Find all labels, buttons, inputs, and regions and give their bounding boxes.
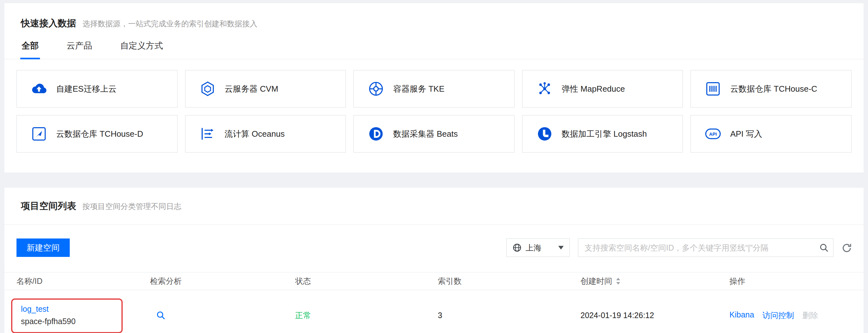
refresh-icon[interactable] <box>841 242 853 254</box>
tke-icon <box>368 81 384 97</box>
table-header: 名称/ID 检索分析 状态 索引数 创建时间 操作 <box>4 272 864 290</box>
space-id: space-fpfha590 <box>21 317 150 326</box>
new-space-button[interactable]: 新建空间 <box>17 239 70 257</box>
source-card-tchouse-d[interactable]: 云数据仓库 TCHouse-D <box>17 115 178 153</box>
column-header-created-time: 创建时间 <box>581 276 730 286</box>
column-header-index-count: 索引数 <box>438 276 581 286</box>
delete-action-link[interactable]: 删除 <box>802 310 818 321</box>
created-time: 2024-01-19 14:26:12 <box>581 311 654 320</box>
source-card-label: 容器服务 TKE <box>393 83 444 94</box>
source-card-label: 自建ES迁移上云 <box>56 83 117 94</box>
source-card-label: 数据加工引擎 Logstash <box>562 128 647 140</box>
sort-icon[interactable] <box>615 277 621 285</box>
mapreduce-icon <box>536 81 553 97</box>
source-card-label: 流计算 Oceanus <box>225 128 285 140</box>
region-value: 上海 <box>526 243 541 253</box>
quick-access-title: 快速接入数据 <box>21 17 76 30</box>
tab-all[interactable]: 全部 <box>20 40 40 59</box>
kibana-action-link[interactable]: Kibana <box>730 310 754 321</box>
cell-actions: Kibana 访问控制 删除 <box>730 310 864 321</box>
quick-access-header: 快速接入数据 选择数据源，一站式完成业务的索引创建和数据接入 <box>4 3 864 30</box>
source-card-label: 数据采集器 Beats <box>393 128 458 140</box>
cell-status: 正常 <box>295 310 438 321</box>
chevron-down-icon <box>558 246 564 250</box>
region-selector[interactable]: 上海 <box>506 239 570 257</box>
page: 快速接入数据 选择数据源，一站式完成业务的索引创建和数据接入 全部 云产品 自定… <box>0 0 868 333</box>
search-analysis-icon[interactable] <box>156 310 166 320</box>
cell-index-count: 3 <box>438 311 581 320</box>
index-count: 3 <box>438 311 442 320</box>
quick-access-subtitle: 选择数据源，一站式完成业务的索引创建和数据接入 <box>83 19 257 29</box>
source-card-logstash[interactable]: 数据加工引擎 Logstash <box>522 115 683 153</box>
api-icon: API <box>705 126 721 142</box>
svg-text:API: API <box>709 131 717 137</box>
globe-icon <box>512 243 522 252</box>
source-card-label: API 写入 <box>730 128 762 140</box>
source-card-cvm[interactable]: 云服务器 CVM <box>185 70 346 108</box>
status-badge: 正常 <box>295 311 311 320</box>
beats-icon <box>368 126 384 142</box>
space-name-link[interactable]: log_test <box>21 304 150 314</box>
source-card-label: 云数据仓库 TCHouse-D <box>56 128 143 140</box>
source-card-label: 云数据仓库 TCHouse-C <box>730 83 817 94</box>
column-header-search-analysis: 检索分析 <box>150 276 295 286</box>
access-control-action-link[interactable]: 访问控制 <box>763 310 794 321</box>
table-row: log_test space-fpfha590 正常 3 2024-01-19 … <box>4 290 864 333</box>
space-list-panel: 项目空间列表 按项目空间分类管理不同日志 新建空间 上海 <box>4 188 864 333</box>
cell-name-id: log_test space-fpfha590 <box>17 304 150 326</box>
toolbar: 新建空间 上海 <box>17 239 851 257</box>
tab-custom-method[interactable]: 自定义方式 <box>119 40 164 59</box>
space-list-title: 项目空间列表 <box>21 200 76 212</box>
search-input[interactable] <box>578 243 815 252</box>
cell-created-time: 2024-01-19 14:26:12 <box>581 311 730 320</box>
column-header-name-id: 名称/ID <box>17 276 150 286</box>
source-card-tke[interactable]: 容器服务 TKE <box>353 70 515 108</box>
column-header-status: 状态 <box>295 276 438 286</box>
cell-search-analysis <box>150 310 295 320</box>
column-header-actions: 操作 <box>730 276 864 286</box>
source-card-es-migration[interactable]: 自建ES迁移上云 <box>17 70 178 108</box>
header-divider <box>4 224 864 225</box>
source-card-oceanus[interactable]: 流计算 Oceanus <box>185 115 346 153</box>
source-card-api[interactable]: API API 写入 <box>690 115 851 153</box>
source-card-mapreduce[interactable]: 弹性 MapReduce <box>522 70 683 108</box>
cvm-icon <box>199 81 216 97</box>
tchouse-c-icon <box>705 81 721 97</box>
logstash-icon <box>536 126 553 142</box>
space-list-subtitle: 按项目空间分类管理不同日志 <box>83 202 181 212</box>
quick-access-tabs: 全部 云产品 自定义方式 <box>4 40 864 59</box>
search-box <box>578 239 833 257</box>
source-card-tchouse-c[interactable]: 云数据仓库 TCHouse-C <box>690 70 851 108</box>
tab-cloud-products[interactable]: 云产品 <box>65 40 94 59</box>
source-card-beats[interactable]: 数据采集器 Beats <box>353 115 515 153</box>
source-card-label: 云服务器 CVM <box>225 83 278 94</box>
source-card-label: 弹性 MapReduce <box>562 83 625 94</box>
oceanus-icon <box>199 126 216 142</box>
cloud-upload-icon <box>31 81 47 97</box>
space-list-header: 项目空间列表 按项目空间分类管理不同日志 <box>4 188 864 212</box>
source-grid: 自建ES迁移上云 云服务器 CVM 容器服务 TKE 弹性 MapReduce <box>17 70 851 153</box>
search-icon[interactable] <box>815 239 833 256</box>
tchouse-d-icon <box>31 126 47 142</box>
quick-access-panel: 快速接入数据 选择数据源，一站式完成业务的索引创建和数据接入 全部 云产品 自定… <box>4 3 864 173</box>
